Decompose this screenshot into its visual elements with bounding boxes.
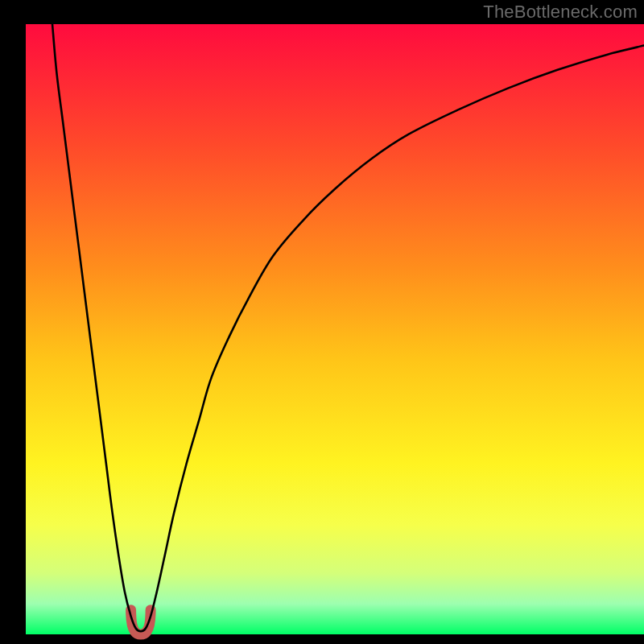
chart-frame: TheBottleneck.com — [0, 0, 644, 644]
bottleneck-chart — [0, 0, 644, 644]
attribution-label: TheBottleneck.com — [483, 2, 638, 23]
plot-area — [26, 24, 644, 634]
